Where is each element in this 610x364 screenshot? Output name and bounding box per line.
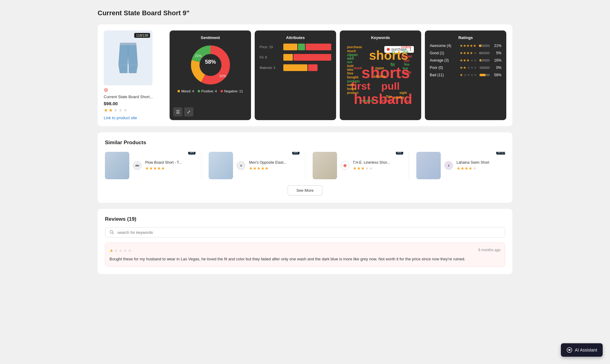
rating-bad-row: Bad (11) ★★★★★ 58% xyxy=(430,73,501,77)
kw-crotch[interactable]: crotch xyxy=(401,45,411,49)
kw-excelent[interactable]: excelent xyxy=(361,99,374,102)
similar-name-2: Men's Opposite Elast... xyxy=(249,160,286,165)
similar-img-2 xyxy=(209,152,233,179)
similar-badge-2: 0/5 xyxy=(292,152,300,155)
kw-different[interactable]: different xyxy=(381,99,393,102)
keywords-title: Keywords xyxy=(345,35,416,40)
kw-fit[interactable]: fit xyxy=(390,62,395,67)
kw-much2[interactable]: much xyxy=(354,66,362,70)
attributes-list: Price: 19 Fit: 9 xyxy=(260,44,331,71)
kw-hold[interactable]: hold xyxy=(347,64,353,68)
review-text-1: Bought these for my husband to wear in L… xyxy=(109,256,501,262)
kw-product[interactable]: product xyxy=(347,91,358,95)
product-stars: ★ ★ ★ ★ ★ xyxy=(104,107,165,113)
attr-fit-row: Fit: 9 xyxy=(260,54,331,61)
rating-awesome-pct: 21% xyxy=(492,44,501,48)
positive-dot xyxy=(198,90,200,92)
search-input[interactable] xyxy=(117,230,501,235)
brand-icon-j: J xyxy=(444,161,453,170)
divider-2 xyxy=(305,152,305,179)
rating-bad-bar-container xyxy=(479,74,490,76)
rating-awesome-bar-container xyxy=(479,45,490,47)
kw-pockets[interactable]: pockets xyxy=(347,79,360,83)
kw-pull[interactable]: pull xyxy=(381,80,400,92)
rating-good-bar xyxy=(479,52,480,54)
rating-bad-pct: 58% xyxy=(492,73,501,77)
ratings-title: Ratings xyxy=(430,35,501,40)
similar-info-3: T.H.E. Linerless Shor... ★★★★★ xyxy=(353,160,390,171)
sentiment-donut: 58% 21% 21% Mixed: 4 Positive: 4 xyxy=(174,44,246,93)
kw-bought[interactable]: bought xyxy=(347,75,358,79)
rating-average-pct: 16% xyxy=(492,58,501,62)
kw-eight[interactable]: eight xyxy=(400,91,407,95)
top-card: 118/138 ⊛ Current State Board Short... $… xyxy=(98,24,512,126)
attr-price-label: Price: 19 xyxy=(260,45,281,49)
kw-zipper2[interactable]: zipper xyxy=(375,66,384,70)
kw-time[interactable]: time xyxy=(347,72,353,75)
kw-love[interactable]: love xyxy=(404,99,411,103)
rating-awesome-bar xyxy=(479,45,481,47)
attributes-panel: Attributes Price: 19 Fit: 9 xyxy=(255,30,336,120)
kw-One[interactable]: One xyxy=(386,95,392,98)
rating-poor-row: Poor (0) ★★★★★ 0% xyxy=(430,66,501,70)
kw-small[interactable]: small xyxy=(403,71,411,74)
rating-poor-bar-container xyxy=(479,66,490,69)
similar-item-1[interactable]: 0/5 alo Plow Board Short - T... ★★★★★ xyxy=(105,152,194,179)
rating-bad-stars: ★★★★★ xyxy=(460,73,477,77)
price-positive-bar xyxy=(298,44,305,50)
attr-price-row: Price: 19 xyxy=(260,44,331,50)
reviews-section: Reviews (19) ★ ★ ★ ★ ★ 6 months ago Boug… xyxy=(98,209,512,274)
rating-awesome-row: Awesome (4) ★★★★★ 21% xyxy=(430,44,501,48)
expand-button[interactable]: ⤢ xyxy=(184,107,193,116)
divider-3 xyxy=(409,152,409,179)
svg-point-8 xyxy=(110,230,113,233)
review-search-bar[interactable] xyxy=(105,227,505,237)
kw-fine[interactable]: fine xyxy=(404,63,410,66)
reviews-title: Reviews (19) xyxy=(105,216,505,222)
material-mixed-bar xyxy=(283,64,307,71)
kw-G[interactable]: G xyxy=(392,50,395,55)
kw-quality[interactable]: quality xyxy=(393,95,404,99)
similar-img-3 xyxy=(313,152,337,179)
kw-tabs[interactable]: tabs xyxy=(347,68,353,71)
kw-waist[interactable]: waist xyxy=(347,83,355,87)
kw-pair[interactable]: pair xyxy=(404,59,410,62)
keywords-panel: Keywords purchase: 1 shorts shorts first… xyxy=(340,30,421,120)
kw-last[interactable]: last xyxy=(403,50,408,53)
product-info-panel: 118/138 ⊛ Current State Board Short... $… xyxy=(104,30,165,120)
similar-stars-2: ★★★★★ xyxy=(249,166,286,171)
similar-item-2[interactable]: 0/5 ⊙ Men's Opposite Elast... ★★★★★ xyxy=(209,152,297,179)
filter-button[interactable]: ☰ xyxy=(173,107,182,116)
kw-purchase[interactable]: purchase xyxy=(347,45,362,49)
rating-bad-label: Bad (11) xyxy=(430,73,457,77)
similar-info-2: Men's Opposite Elast... ★★★★★ xyxy=(249,160,286,171)
attr-material-row: Material: 3 xyxy=(260,64,331,71)
brand-alo-text: alo xyxy=(135,164,139,167)
similar-item-4[interactable]: 0/727 J Lahaina Swim Short ★★★★★ xyxy=(416,152,505,179)
kw-feel[interactable]: feel xyxy=(403,67,408,70)
lulu-logo-icon: ⊛ xyxy=(104,87,108,93)
similar-img-4 xyxy=(416,152,441,179)
similar-item-3[interactable]: 0/2 ⊛ T.H.E. Linerless Shor... ★★★★★ xyxy=(313,152,401,179)
rating-average-row: Average (3) ★★★★★ 16% xyxy=(430,58,501,62)
product-site-link[interactable]: Link to product site xyxy=(104,116,165,120)
see-more-button[interactable]: See More xyxy=(288,185,322,195)
kw-longer[interactable]: longer xyxy=(347,87,357,91)
review-item-1: ★ ★ ★ ★ ★ 6 months ago Bought these for … xyxy=(105,242,505,267)
sentiment-legend: Mixed: 4 Positive: 4 Negative: 11 xyxy=(178,89,243,93)
rating-poor-pct: 0% xyxy=(492,66,501,70)
rating-awesome-label: Awesome (4) xyxy=(430,44,457,48)
legend-negative: Negative: 11 xyxy=(221,89,243,93)
kw-use[interactable]: use xyxy=(347,60,352,64)
similar-info-4: Lahaina Swim Short ★★★★★ xyxy=(457,160,489,171)
kw-much[interactable]: much xyxy=(347,49,356,53)
kw-well[interactable]: well xyxy=(347,56,354,61)
svg-text:58%: 58% xyxy=(205,59,216,65)
material-negative-bar xyxy=(308,64,318,71)
kw-Zipper[interactable]: Zipper xyxy=(401,54,412,59)
rating-good-stars: ★★★★★ xyxy=(460,51,477,55)
kw-shorts3[interactable]: shorts xyxy=(374,74,386,79)
similar-stars-4: ★★★★★ xyxy=(457,166,489,171)
page-title: Current State Board Short 9" xyxy=(98,9,512,17)
similar-badge-1: 0/5 xyxy=(188,152,196,155)
